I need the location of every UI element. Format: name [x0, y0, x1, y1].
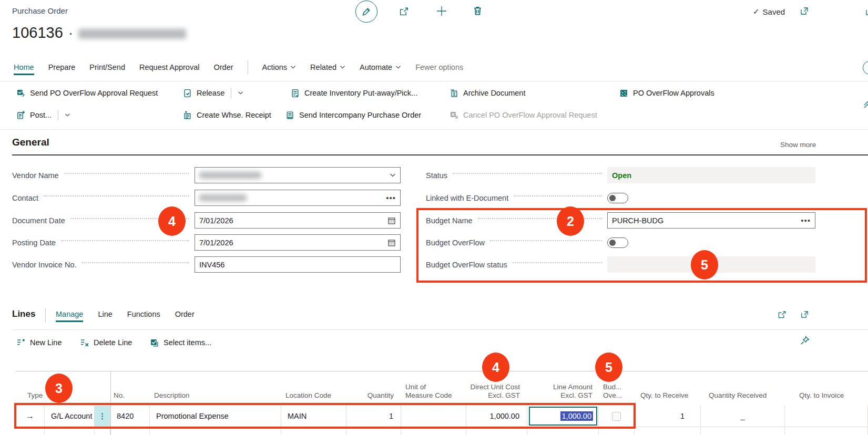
lines-tab-manage[interactable]: Manage	[56, 310, 83, 318]
column-header-quantity-received[interactable]: Quantity Received	[709, 384, 777, 403]
vendor-invoice-no-input[interactable]: INV456	[195, 256, 401, 273]
action-label: Create Whse. Receipt	[197, 111, 271, 119]
button-label: Select items...	[164, 338, 211, 347]
clipped-toolbar-icon[interactable]	[864, 6, 868, 17]
action-label: Post...	[30, 111, 52, 119]
post-icon	[16, 111, 25, 120]
vendor-name-input[interactable]	[195, 167, 401, 183]
cell-qty-to-receive[interactable]: 1	[635, 406, 701, 427]
column-header-location-code[interactable]: Location Code	[285, 384, 343, 403]
column-header-unit-of-measure[interactable]: Unit of Measure Code	[405, 384, 463, 403]
delete-button[interactable]	[472, 5, 483, 18]
action-label: Create Inventory Put-away/Pick...	[304, 89, 417, 97]
chevron-down-icon[interactable]	[65, 113, 70, 117]
column-header-qty-to-receive[interactable]: Qty. to Receive	[640, 384, 698, 403]
action-create-inventory-putaway-pick[interactable]: Create Inventory Put-away/Pick...	[291, 86, 417, 100]
tab-home[interactable]: Home	[14, 63, 34, 71]
new-line-button[interactable]: New Line	[16, 335, 62, 350]
popout-button[interactable]	[799, 6, 810, 18]
column-header-qty-to-invoice[interactable]: Qty. to Invoice	[799, 384, 868, 403]
field-document-date: Document Date 7/01/2026	[12, 212, 401, 229]
column-header-line-amount[interactable]: Line Amount Excl. GST	[540, 384, 593, 403]
lines-share-button[interactable]	[777, 309, 787, 322]
redacted-value	[199, 194, 247, 201]
open-in-new-window-icon	[800, 309, 810, 319]
chevron-down-icon[interactable]	[390, 173, 396, 178]
lines-tab-order[interactable]: Order	[175, 310, 195, 318]
calendar-icon[interactable]	[387, 216, 396, 225]
general-heading-rule	[12, 154, 868, 156]
action-release[interactable]: Release	[183, 86, 243, 100]
field-value: 7/01/2026	[199, 239, 233, 247]
action-send-intercompany-purchase-order[interactable]: Send Intercompany Purchase Order	[285, 108, 421, 122]
vendor-name-redacted	[78, 29, 186, 39]
annotation-badge-4-lines: 4	[482, 353, 509, 382]
dotted-leader	[61, 240, 189, 241]
calendar-icon[interactable]	[387, 239, 396, 247]
dotted-leader	[44, 195, 189, 196]
action-cancel-po-overflow-approval-request[interactable]: Cancel PO OverFlow Approval Request	[450, 108, 597, 122]
action-label: Release	[197, 89, 224, 97]
column-header-quantity[interactable]: Quantity	[346, 384, 394, 403]
header-text: Location Code	[285, 391, 343, 400]
action-create-whse-receipt[interactable]: Create Whse. Receipt	[183, 108, 271, 122]
menu-related[interactable]: Related	[310, 63, 345, 71]
column-header-budget-overflow[interactable]: Bud... Ove...	[603, 384, 632, 403]
cancel-approval-icon	[450, 111, 458, 120]
field-label: Vendor Name	[12, 171, 59, 180]
clipped-circle-icon[interactable]	[863, 61, 868, 76]
action-label: PO OverFlow Approvals	[633, 89, 714, 97]
new-document-button[interactable]	[435, 5, 448, 19]
contact-input[interactable]: •••	[195, 190, 401, 206]
action-post[interactable]: Post...	[16, 108, 70, 122]
field-posting-date: Posting Date 7/01/2026	[12, 234, 401, 251]
ribbon-divider	[0, 81, 868, 81]
header-text: Qty. to Invoice	[799, 391, 868, 400]
column-header-description[interactable]: Description	[154, 384, 233, 403]
share-button[interactable]	[399, 6, 410, 19]
chevron-down-icon[interactable]	[238, 91, 243, 95]
action-send-po-overflow-approval-request[interactable]: Send PO OverFlow Approval Request	[16, 86, 158, 100]
tab-print-send[interactable]: Print/Send	[89, 63, 125, 71]
delete-line-button[interactable]: Delete Line	[80, 335, 132, 350]
lines-divider	[45, 308, 46, 322]
annotation-rect-line-row	[14, 403, 636, 429]
tab-order[interactable]: Order	[213, 63, 233, 71]
general-heading: General	[12, 137, 49, 148]
column-header-direct-unit-cost[interactable]: Direct Unit Cost Excl. GST	[468, 384, 520, 403]
pin-pane-button[interactable]	[800, 336, 810, 347]
header-text: Bud...	[603, 383, 632, 391]
clipped-ribbon-expander-icon[interactable]	[862, 99, 868, 110]
pencil-icon	[362, 7, 371, 16]
header-text: Excl. GST	[540, 391, 593, 400]
record-number: 106136	[12, 24, 63, 42]
pin-icon	[800, 336, 810, 345]
action-label: Send Intercompany Purchase Order	[299, 111, 421, 119]
tab-request-approval[interactable]: Request Approval	[139, 63, 199, 71]
lines-tab-functions[interactable]: Functions	[127, 310, 160, 318]
edit-button[interactable]	[355, 1, 377, 23]
tab-prepare[interactable]: Prepare	[48, 63, 76, 71]
assist-edit-icon[interactable]: •••	[386, 195, 396, 201]
cell-qty-to-invoice[interactable]	[785, 406, 868, 427]
document-date-input[interactable]: 7/01/2026	[195, 212, 401, 229]
menu-actions[interactable]: Actions	[262, 63, 297, 71]
lines-tab-line[interactable]: Line	[98, 310, 112, 318]
menu-automate[interactable]: Automate	[360, 63, 401, 71]
section-divider	[0, 129, 868, 130]
ribbon-tab-bar: Home Prepare Print/Send Request Approval…	[14, 59, 463, 75]
field-vendor-name: Vendor Name	[12, 167, 401, 183]
action-archive-document[interactable]: Archive Document	[450, 86, 525, 100]
action-po-overflow-approvals[interactable]: PO OverFlow Approvals	[619, 86, 714, 100]
share-icon	[399, 6, 410, 17]
select-items-button[interactable]: Select items...	[150, 335, 211, 350]
column-header-no[interactable]: No.	[114, 384, 145, 403]
cell-quantity-received[interactable]: _	[701, 406, 785, 427]
action-label: Archive Document	[463, 89, 525, 97]
linked-edocument-toggle[interactable]	[607, 193, 628, 203]
show-more-link[interactable]: Show more	[780, 141, 816, 149]
posting-date-input[interactable]: 7/01/2026	[195, 234, 401, 251]
fewer-options-button[interactable]: Fewer options	[415, 63, 463, 71]
purchase-order-page: Purchase Order ✓ Saved 106136 ·	[0, 0, 868, 435]
lines-popout-button[interactable]	[800, 309, 810, 322]
